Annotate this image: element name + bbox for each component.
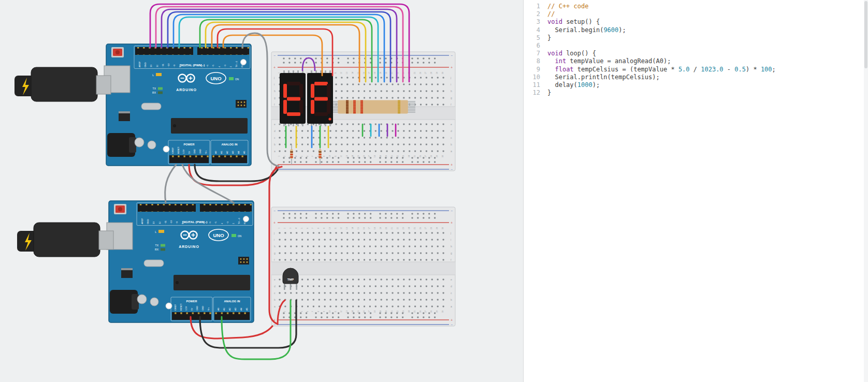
editor-scrollbar[interactable] <box>864 0 868 382</box>
line-number: 5 <box>528 34 547 42</box>
code-editor[interactable]: 1// C++ code2//3void setup() {4 Serial.b… <box>523 0 868 382</box>
code-text: void setup() { <box>547 18 863 26</box>
code-text: Serial.begin(9600); <box>547 26 863 34</box>
tmp-pin-2 <box>290 284 292 290</box>
code-text: // C++ code <box>547 3 863 10</box>
resistor[interactable] <box>330 111 415 114</box>
tmp-label: TMP <box>287 278 294 281</box>
code-text: delay(1000); <box>547 81 863 89</box>
line-number: 12 <box>528 89 547 97</box>
line-number: 1 <box>528 3 547 10</box>
tinkercad-circuit-app: DIGITAL (PWM~) AREFGND1312~11~10~98 7~6~… <box>0 0 868 382</box>
code-line: 11 delay(1000); <box>528 81 863 89</box>
seven-segment-display[interactable] <box>307 70 333 126</box>
code-line: 12} <box>528 89 863 97</box>
seven-segment-display[interactable] <box>280 70 306 126</box>
code-text: Serial.println(tempCelsius); <box>547 74 863 81</box>
tmp-sensor[interactable]: TMP <box>283 268 298 290</box>
code-line: 7void loop() { <box>528 50 863 57</box>
code-line: 8 int tempValue = analogRead(A0); <box>528 57 863 65</box>
code-text <box>547 42 863 50</box>
line-number: 4 <box>528 26 547 34</box>
line-number: 7 <box>528 50 547 57</box>
code-lines[interactable]: 1// C++ code2//3void setup() {4 Serial.b… <box>528 3 863 97</box>
line-number: 6 <box>528 42 547 50</box>
line-number: 11 <box>528 81 547 89</box>
arduino-uno-bottom[interactable] <box>107 201 254 322</box>
tmp-pin-3 <box>296 284 297 290</box>
tmp-pin-1 <box>284 284 285 290</box>
code-line: 2// <box>528 10 863 18</box>
code-text: int tempValue = analogRead(A0); <box>547 57 863 65</box>
code-text: void loop() { <box>547 50 863 57</box>
code-line: 6 <box>528 42 863 50</box>
arduino-uno-top[interactable] <box>104 44 251 166</box>
code-text: float tempCelsius = (tempValue * 5.0 / 1… <box>547 66 863 74</box>
code-line: 1// C++ code <box>528 3 863 10</box>
code-line: 10 Serial.println(tempCelsius); <box>528 74 863 81</box>
line-number: 9 <box>528 66 547 74</box>
code-text: // <box>547 10 863 18</box>
line-number: 2 <box>528 10 547 18</box>
circuit-canvas[interactable]: DIGITAL (PWM~) AREFGND1312~11~10~98 7~6~… <box>0 0 523 382</box>
code-line: 4 Serial.begin(9600); <box>528 26 863 34</box>
circuit-svg[interactable]: DIGITAL (PWM~) AREFGND1312~11~10~98 7~6~… <box>0 0 523 382</box>
scrollbar-thumb[interactable] <box>864 1 867 68</box>
line-number: 10 <box>528 74 547 81</box>
code-line: 9 float tempCelsius = (tempValue * 5.0 /… <box>528 66 863 74</box>
code-line: 5} <box>528 34 863 42</box>
tmp-body <box>283 268 298 284</box>
code-text: } <box>547 89 863 97</box>
breadboard-bottom[interactable] <box>271 207 455 327</box>
line-number: 8 <box>528 57 547 65</box>
code-line: 3void setup() { <box>528 18 863 26</box>
line-number: 3 <box>528 18 547 26</box>
code-text: } <box>547 34 863 42</box>
